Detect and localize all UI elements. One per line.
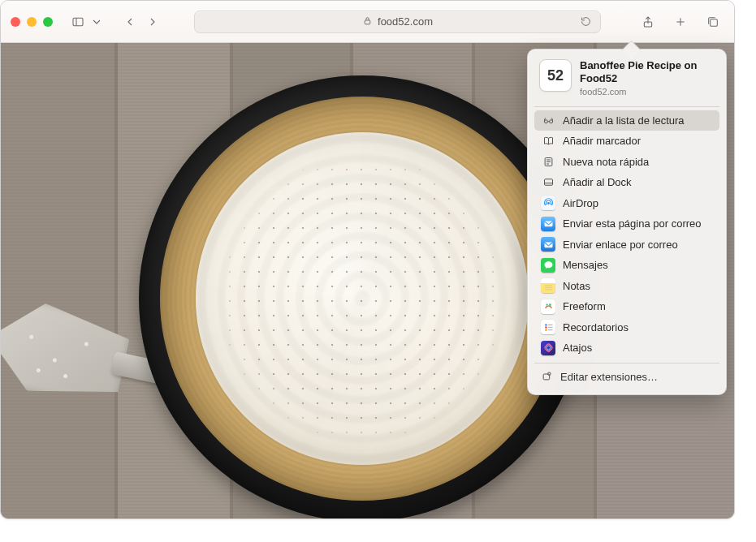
share-item-airdrop[interactable]: AirDrop [534,193,719,214]
share-item-messages[interactable]: Mensajes [534,255,719,276]
share-item-label: Freeform [563,299,606,315]
mail-icon [541,217,555,231]
share-item-email-page[interactable]: Enviar esta página por correo [534,213,719,234]
svg-point-28 [545,329,547,331]
minimize-window-button[interactable] [27,17,37,27]
note-icon [541,154,555,169]
svg-point-22 [546,304,547,306]
new-tab-button[interactable] [669,12,692,32]
svg-point-24 [545,324,547,326]
svg-rect-31 [546,346,551,351]
lock-icon [362,15,373,28]
airdrop-icon [541,196,555,210]
fullscreen-window-button[interactable] [43,17,53,27]
share-item-email-link[interactable]: Enviar enlace por correo [534,234,719,256]
share-item-reminders[interactable]: Recordatorios [534,317,719,338]
svg-rect-2 [365,19,370,24]
share-thumbnail: 52 [539,59,572,92]
book-icon [541,134,555,148]
pie-image [139,75,585,518]
share-item-add-to-dock[interactable]: Añadir al Dock [534,172,719,193]
svg-rect-18 [544,242,552,247]
share-item-label: Recordatorios [563,320,629,336]
sidebar-menu-chevron-icon[interactable] [90,12,103,32]
share-item-notes[interactable]: Notas [534,276,719,297]
share-item-label: Añadir al Dock [563,174,632,191]
mail-link-icon [541,237,555,252]
share-footer-label: Editar extensiones… [560,371,658,383]
extensions-icon [541,370,553,385]
share-item-label: Añadir marcador [563,133,641,149]
toolbar: food52.com [1,1,734,43]
share-popover: 52 Banoffee Pie Recipe on Food52 food52.… [527,49,727,395]
share-item-label: Mensajes [563,257,608,273]
shortcuts-icon [541,341,555,355]
forward-button[interactable] [142,12,163,32]
share-item-quick-note[interactable]: Nueva nota rápida [534,152,719,173]
share-title: Banoffee Pie Recipe on Food52 [580,59,715,86]
share-button[interactable] [637,12,659,32]
reminders-icon [541,320,555,334]
safari-window: food52.com [0,0,735,519]
share-item-label: Nueva nota rápida [563,154,649,170]
share-subtitle: food52.com [580,87,715,97]
freeform-icon [541,299,555,314]
separator [534,363,719,363]
share-item-freeform[interactable]: Freeform [534,296,719,317]
address-bar[interactable]: food52.com [194,11,601,33]
svg-rect-17 [544,222,552,227]
address-bar-domain: food52.com [378,15,433,28]
share-item-bookmark[interactable]: Añadir marcador [534,131,719,152]
notes-icon [541,278,555,293]
back-button[interactable] [119,12,140,32]
svg-rect-6 [711,19,718,26]
dock-icon [541,175,555,190]
svg-rect-30 [544,343,553,352]
glasses-icon [541,113,555,127]
share-thumbnail-text: 52 [547,67,564,84]
svg-point-16 [547,202,550,204]
tab-overview-button[interactable] [702,12,724,32]
share-item-shortcuts[interactable]: Atajos [534,338,719,359]
share-popover-header: 52 Banoffee Pie Recipe on Food52 food52.… [534,58,719,105]
svg-rect-14 [544,179,552,186]
reload-button[interactable] [581,15,594,28]
share-item-label: Enviar esta página por correo [563,216,702,232]
svg-rect-0 [73,18,83,25]
share-item-label: Añadir a la lista de lectura [563,113,685,129]
share-item-label: Enviar enlace por correo [563,237,678,253]
share-item-label: Notas [563,278,590,295]
messages-icon [541,258,555,273]
svg-point-26 [545,326,547,329]
share-edit-extensions[interactable]: Editar extensiones… [534,367,719,388]
close-window-button[interactable] [11,17,20,27]
share-item-label: Atajos [563,340,592,356]
share-item-reading-list[interactable]: Añadir a la lista de lectura [534,110,719,131]
window-controls [11,17,53,27]
separator [534,106,719,107]
sidebar-toggle-button[interactable] [67,12,89,32]
share-item-label: AirDrop [563,196,598,212]
